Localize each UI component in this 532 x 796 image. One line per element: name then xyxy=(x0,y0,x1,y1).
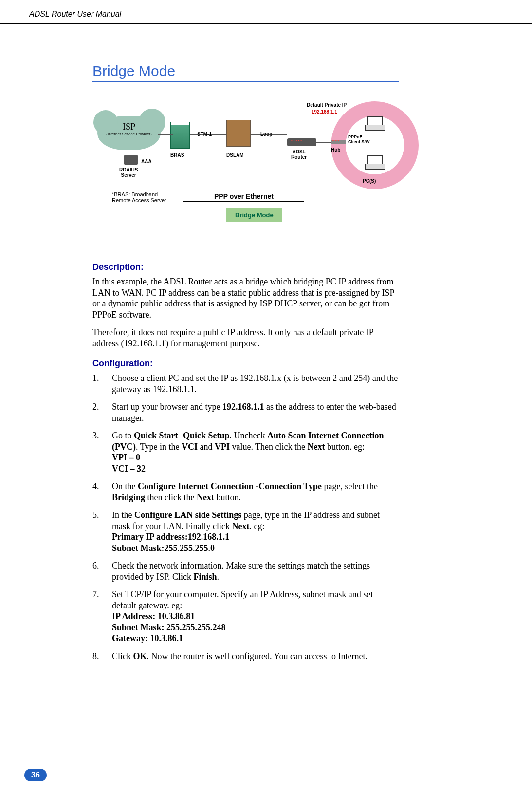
description-heading: Description: xyxy=(92,262,399,272)
step-text: and xyxy=(198,442,215,452)
pink-circle xyxy=(331,101,419,189)
pcs-label: PC(S) xyxy=(363,178,376,184)
page-content: Bridge Mode ISP (Internet Service Provid… xyxy=(0,24,438,662)
hub-icon xyxy=(331,140,346,144)
bridge-mode-badge: Bridge Mode xyxy=(226,208,282,222)
step-text: Configure LAN side Settings xyxy=(134,510,241,520)
configuration-heading: Configuration: xyxy=(92,359,399,369)
step-text: . Type in the xyxy=(136,442,182,452)
step-number: 1. xyxy=(92,373,99,384)
step-text: Choose a client PC and set the IP as 192… xyxy=(112,373,398,394)
dslam-icon xyxy=(226,120,251,147)
step-text: Click xyxy=(112,651,133,661)
step-text: IP Address: 10.3.86.81 xyxy=(112,611,195,621)
step-text: Next xyxy=(308,442,325,452)
step-number: 6. xyxy=(92,560,99,571)
step-text: VPI xyxy=(215,442,230,452)
bras-icon xyxy=(170,122,190,149)
page-title: Bridge Mode xyxy=(92,63,399,82)
bras-label: BRAS xyxy=(170,152,184,158)
step-text: 192.168.1.1 xyxy=(222,402,264,412)
step-text: Configure Internet Connection -Connectio… xyxy=(138,481,322,491)
step-text: Bridging xyxy=(112,493,145,502)
default-ip-value: 192.168.1.1 xyxy=(312,109,337,114)
list-item: 4.On the Configure Internet Connection -… xyxy=(92,481,399,503)
step-text: . Now the router is well configured. You… xyxy=(147,651,367,661)
list-item: 6.Check the network information. Make su… xyxy=(92,560,399,582)
step-text: On the xyxy=(112,481,138,491)
list-item: 7.Set TCP/IP for your computer. Specify … xyxy=(92,589,399,644)
description-p1: In this example, the ADSL Router acts as… xyxy=(92,276,399,320)
pppoe-label: PPPoE Client S/W xyxy=(348,134,370,144)
step-text: Quick Start -Quick Setup xyxy=(134,431,230,440)
list-item: 1.Choose a client PC and set the IP as 1… xyxy=(92,373,399,395)
page-number: 36 xyxy=(24,769,47,781)
step-text: button. eg: xyxy=(325,442,365,452)
step-text: VCI xyxy=(182,442,198,452)
header-title: ADSL Router User Manual xyxy=(0,0,532,24)
list-item: 8.Click OK. Now the router is well confi… xyxy=(92,651,399,662)
step-text: . Uncheck xyxy=(230,431,267,440)
ppp-ethernet-label: PPP over Ethernet xyxy=(214,192,274,200)
list-item: 5.In the Configure LAN side Settings pag… xyxy=(92,510,399,553)
list-item: 2.Start up your browser and type 192.168… xyxy=(92,401,399,423)
step-number: 5. xyxy=(92,510,99,521)
step-text: Set TCP/IP for your computer. Specify an… xyxy=(112,589,373,610)
list-item: 3.Go to Quick Start -Quick Setup. Unchec… xyxy=(92,430,399,474)
default-ip-label: Default Private IP xyxy=(307,102,347,108)
step-text: VPI – 0 xyxy=(112,453,140,462)
step-text: then click the xyxy=(145,493,197,502)
network-diagram: ISP (Internet Service Provider) Default … xyxy=(92,96,399,243)
bras-note: *BRAS: Broadband Remote Access Server xyxy=(112,191,166,203)
stm1-label: STM-1 xyxy=(197,132,212,137)
hub-label: Hub xyxy=(331,147,340,152)
step-number: 3. xyxy=(92,430,99,441)
step-text: Check the network information. Make sure… xyxy=(112,561,370,582)
step-text: Go to xyxy=(112,431,134,440)
step-number: 8. xyxy=(92,651,99,662)
step-text: VCI – 32 xyxy=(112,464,146,474)
step-text: . eg: xyxy=(249,521,264,531)
step-text: Next xyxy=(197,493,214,502)
loop-label: Loop xyxy=(260,132,272,137)
step-text: button. xyxy=(214,493,241,502)
step-text: value. Then click the xyxy=(230,442,308,452)
step-text: Subnet Mask:255.255.255.0 xyxy=(112,543,215,553)
step-text: Next xyxy=(232,521,249,531)
adsl-router-label: ADSL Router xyxy=(291,149,307,160)
step-text: Finish xyxy=(194,572,217,582)
step-text: page, select the xyxy=(322,481,378,491)
dslam-label: DSLAM xyxy=(226,152,244,158)
step-text: Primary IP address:192.168.1.1 xyxy=(112,532,229,542)
aaa-label: AAA xyxy=(141,159,152,164)
step-number: 2. xyxy=(92,401,99,413)
step-number: 4. xyxy=(92,481,99,492)
step-text: Subnet Mask: 255.255.255.248 xyxy=(112,623,226,632)
pc1-icon xyxy=(365,116,385,131)
step-text: Gateway: 10.3.86.1 xyxy=(112,633,183,643)
step-text: In the xyxy=(112,510,134,520)
step-text: Start up your browser and type xyxy=(112,402,222,412)
rdaius-label: RDAIUS Server xyxy=(119,167,138,178)
step-text: OK xyxy=(133,651,147,661)
description-p2: Therefore, it does not require a public … xyxy=(92,327,399,349)
adsl-router-icon xyxy=(287,138,316,146)
step-text: . xyxy=(217,572,220,582)
pc2-icon xyxy=(365,155,385,170)
rdaius-server-icon xyxy=(124,155,138,165)
isp-cloud: ISP (Internet Service Provider) xyxy=(97,116,161,150)
configuration-steps: 1.Choose a client PC and set the IP as 1… xyxy=(92,373,399,662)
step-number: 7. xyxy=(92,589,99,600)
